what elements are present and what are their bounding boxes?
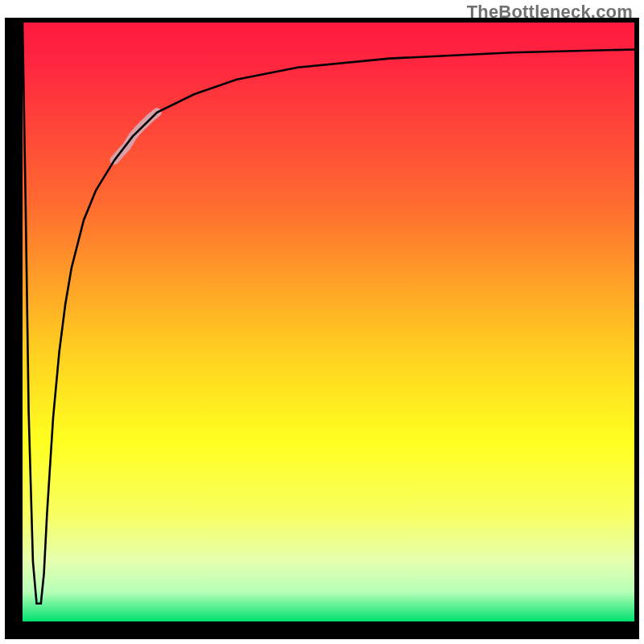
chart-container: TheBottleneck.com: [0, 0, 644, 644]
plot-gradient-background: [23, 23, 634, 621]
curve-layer: [23, 23, 634, 621]
plot-frame: [5, 18, 639, 639]
bottleneck-curve: [23, 23, 634, 604]
